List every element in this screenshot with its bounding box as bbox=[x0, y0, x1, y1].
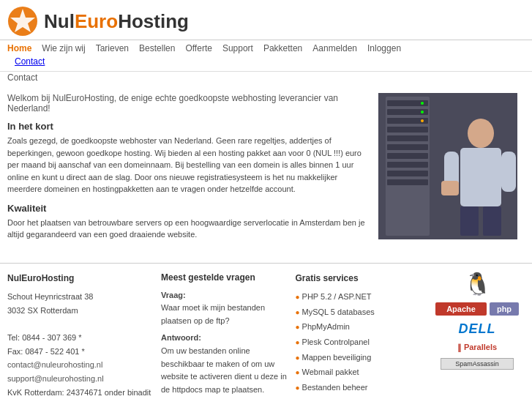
section-kort-title: In het kort bbox=[7, 121, 371, 132]
php-logo: php bbox=[490, 302, 519, 316]
logo-hosting: Hosting bbox=[118, 10, 189, 32]
svg-rect-19 bbox=[460, 206, 479, 236]
apache-logo: Apache bbox=[435, 302, 487, 316]
contact-tel: Tel: 0844 - 307 369 * bbox=[7, 331, 154, 345]
svg-rect-18 bbox=[460, 148, 501, 206]
svg-rect-13 bbox=[387, 179, 428, 185]
svg-point-16 bbox=[421, 119, 424, 122]
svg-point-14 bbox=[421, 102, 424, 105]
faq-question: Waar moet ik mijn bestanden plaatsen op … bbox=[161, 302, 288, 327]
svg-rect-9 bbox=[387, 144, 428, 150]
service-item: ●Bestanden beheer bbox=[296, 381, 423, 395]
svg-rect-12 bbox=[387, 171, 428, 176]
service-item: ●MySQL 5 databases bbox=[296, 305, 423, 319]
spam-logo: SpamAssassin bbox=[441, 358, 514, 370]
faq-title: Meest gestelde vragen bbox=[161, 271, 288, 285]
nav-offerte[interactable]: Offerte bbox=[185, 43, 211, 53]
service-item: ●Webmail pakket bbox=[296, 365, 423, 379]
header: NulEuroHosting bbox=[0, 0, 532, 40]
services-column: Gratis services ●PHP 5.2 / ASP.NET●MySQL… bbox=[296, 271, 423, 400]
svg-rect-22 bbox=[501, 152, 516, 192]
faq-column: Meest gestelde vragen Vraag: Waar moet i… bbox=[161, 271, 288, 400]
right-column bbox=[378, 93, 525, 248]
svg-rect-8 bbox=[387, 135, 428, 141]
contact-column: NulEuroHosting Schout Heynricstraat 38 3… bbox=[7, 271, 154, 400]
nav-support[interactable]: Support bbox=[222, 43, 253, 53]
contact-title: NulEuroHosting bbox=[7, 271, 154, 286]
section-kwaliteit: Kwaliteit Door het plaatsen van betrouwb… bbox=[7, 203, 371, 241]
services-list: ●PHP 5.2 / ASP.NET●MySQL 5 databases●Php… bbox=[296, 290, 423, 399]
logo-text: NulEuroHosting bbox=[44, 10, 189, 33]
bullet-icon: ● bbox=[296, 291, 300, 303]
nav: Home Wie zijn wij Tarieven Bestellen Off… bbox=[0, 40, 532, 72]
section-kort: In het kort Zoals gezegd, de goedkoopste… bbox=[7, 121, 371, 195]
svg-rect-7 bbox=[387, 127, 428, 133]
nav-home[interactable]: Home bbox=[7, 43, 31, 53]
section-kwaliteit-body: Door het plaatsen van betrouwbare server… bbox=[7, 217, 371, 241]
logo-icon bbox=[7, 6, 38, 37]
contact-address1: Schout Heynricstraat 38 bbox=[7, 290, 154, 304]
section-kwaliteit-title: Kwaliteit bbox=[7, 203, 371, 214]
svg-point-15 bbox=[421, 111, 424, 113]
apache-php-row: Apache php bbox=[435, 302, 519, 316]
nav-pakketten[interactable]: Pakketten bbox=[263, 43, 302, 53]
nav-contact-below[interactable]: Contact bbox=[7, 72, 37, 83]
bullet-icon: ● bbox=[296, 306, 300, 318]
bullet-icon: ● bbox=[296, 351, 300, 364]
logos-column: 🐧 Apache php DELL ‖ Parallels SpamAssass… bbox=[430, 271, 525, 400]
service-item: ●Online usb stick bbox=[296, 396, 423, 399]
contact-kvk: KvK Rotterdam: 24374671 onder binadit bbox=[7, 386, 154, 399]
nav-aanmelden[interactable]: Aanmelden bbox=[312, 43, 357, 53]
svg-rect-11 bbox=[387, 162, 428, 168]
section-kort-body: Zoals gezegd, de goedkoopste webhoster v… bbox=[7, 135, 371, 195]
dell-logo: DELL bbox=[459, 321, 496, 337]
bullet-icon: ● bbox=[296, 321, 300, 333]
faq-answer-label: Antwoord: bbox=[161, 332, 288, 345]
faq-answer: Om uw bestanden online beschikbaar te ma… bbox=[161, 345, 288, 396]
contact-address2: 3032 SX Rotterdam bbox=[7, 304, 154, 318]
svg-rect-23 bbox=[441, 181, 459, 195]
footer-info: NulEuroHosting Schout Heynricstraat 38 3… bbox=[0, 263, 532, 400]
nav-tarieven[interactable]: Tarieven bbox=[96, 43, 129, 53]
svg-point-17 bbox=[468, 119, 494, 148]
service-item: ●Mappen beveiliging bbox=[296, 351, 423, 365]
bullet-icon: ● bbox=[296, 366, 300, 379]
service-item: ●PhpMyAdmin bbox=[296, 320, 423, 334]
nav-bestellen[interactable]: Bestellen bbox=[139, 43, 175, 53]
contact-email1[interactable]: contact@nuleurohosting.nl bbox=[7, 360, 102, 369]
bullet-icon: ● bbox=[296, 336, 300, 348]
services-title: Gratis services bbox=[296, 271, 423, 286]
service-item: ●Plesk Controlpanel bbox=[296, 335, 423, 349]
faq-question-label: Vraag: bbox=[161, 289, 288, 302]
contact-fax: Fax: 0847 - 522 401 * bbox=[7, 345, 154, 359]
parallels-logo: ‖ Parallels bbox=[457, 343, 497, 352]
logo-nul: Nul bbox=[44, 10, 75, 32]
svg-rect-10 bbox=[387, 153, 428, 159]
welcome-text: Welkom bij NulEuroHosting, de enige echt… bbox=[7, 93, 371, 113]
contact-email2[interactable]: support@nuleurohosting.nl bbox=[7, 374, 104, 383]
main-content: Welkom bij NulEuroHosting, de enige echt… bbox=[0, 86, 532, 256]
tux-icon: 🐧 bbox=[464, 271, 491, 297]
logo-area: NulEuroHosting bbox=[7, 6, 189, 37]
nav-inloggen[interactable]: Inloggen bbox=[367, 43, 401, 53]
logo-euro: Euro bbox=[75, 10, 118, 32]
nav-wie[interactable]: Wie zijn wij bbox=[42, 43, 85, 53]
hero-image bbox=[378, 93, 517, 239]
svg-rect-20 bbox=[483, 206, 501, 236]
left-column: Welkom bij NulEuroHosting, de enige echt… bbox=[7, 93, 371, 248]
nav-contact[interactable]: Contact bbox=[15, 56, 45, 67]
bullet-icon: ● bbox=[296, 381, 300, 394]
service-item: ●PHP 5.2 / ASP.NET bbox=[296, 290, 423, 304]
